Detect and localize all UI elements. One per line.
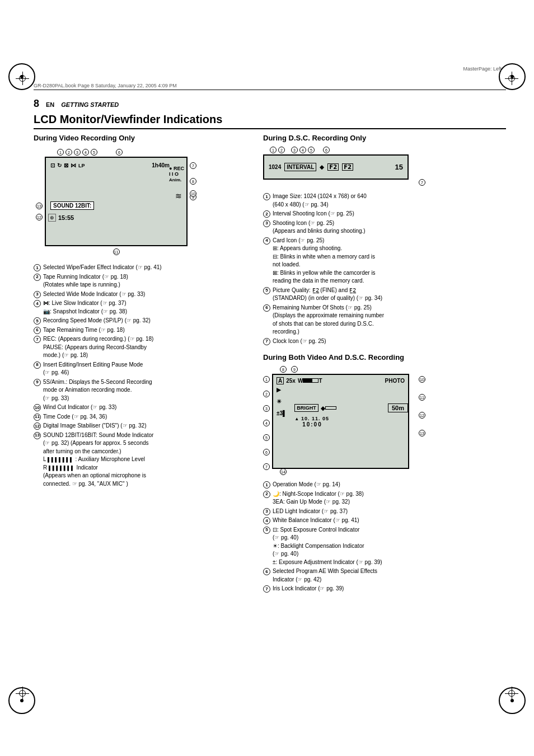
dsc-desc-4: 4 Card Icon (☞ pg. 25)⊞: Appears during … [263, 237, 506, 285]
two-col-layout: During Video Recording Only 1 2 3 4 5 6 [34, 134, 506, 594]
both-desc-num-5: 5 [263, 527, 270, 534]
both-right-numbers: 10 11 12 13 [419, 376, 425, 436]
desc-num-2: 2 [34, 274, 41, 281]
desc-text-3: Selected Wide Mode Indicator (☞ pg. 33) [43, 290, 145, 299]
left-column: During Video Recording Only 1 2 3 4 5 6 [34, 134, 252, 594]
both-num-2: 2 [263, 391, 270, 397]
both-num-6: 6 [263, 449, 270, 456]
desc-text-2: Tape Running Indicator (☞ pg. 18)(Rotate… [43, 273, 128, 289]
both-desc-4: 4 White Balance Indicator (☞ pg. 41) [263, 516, 506, 525]
dsc-desc-2: 2 Interval Shooting Icon (☞ pg. 25) [263, 210, 506, 218]
both-desc-1: 1 Operation Mode (☞ pg. 14) [263, 481, 506, 489]
main-title: LCD Monitor/Viewfinder Indications [34, 113, 506, 129]
lcd-rec-text: ● RECI I OAnim. [169, 166, 184, 182]
left-desc-list: 1 Selected Wipe/Fader Effect Indicator (… [34, 264, 252, 488]
both-diagram-container: 8 9 1 2 3 4 5 6 7 A [263, 366, 425, 475]
both-desc-text-1: Operation Mode (☞ pg. 14) [273, 481, 340, 489]
diamond-icon: ◆ [321, 405, 325, 411]
both-desc-text-2: 🌙: Night-Scope Indicator (☞ pg. 38)3EA: … [273, 490, 364, 506]
dsc-desc-7: 7 Clock Icon (☞ pg. 25) [263, 337, 506, 346]
both-desc-2: 2 🌙: Night-Scope Indicator (☞ pg. 38)3EA… [263, 490, 506, 506]
dsc-num-3: 3 [291, 147, 298, 153]
desc-text-13: SOUND 12BIT/16BIT: Sound Mode Indicator(… [43, 431, 153, 489]
both-desc-text-6: Selected Program AE With Special Effects… [273, 567, 377, 584]
timecode-value: 15:55 [58, 214, 74, 221]
both-num-8: 8 [280, 366, 287, 373]
section-title: GETTING STARTED [61, 101, 119, 108]
both-left-numbers: 1 2 3 4 5 6 7 [263, 376, 270, 470]
timecode-display2: 10:00 [302, 421, 408, 428]
desc-text-10: Wind Cut Indicator (☞ pg. 33) [43, 403, 116, 412]
slow-icon: ⋈ [71, 162, 76, 168]
dsc-desc-num-3: 3 [263, 220, 270, 227]
both-heading: During Both Video And D.S.C. Recording [263, 353, 506, 361]
bright-bar-inner [325, 406, 336, 410]
num-6: 6 [116, 149, 123, 156]
dsc-num-5: 5 [308, 147, 315, 153]
reg-circle-tl [8, 63, 35, 90]
desc-num-8: 8 [34, 361, 41, 369]
num-7: 7 [190, 162, 196, 169]
timecode-display: 10. 11. 05 [301, 416, 329, 421]
desc-item-4: 4 ⋈: Live Slow Indicator (☞ pg. 37)📷: Sn… [34, 299, 252, 316]
wipe-icon: ⊡ [50, 162, 55, 168]
both-num-9: 9 [291, 366, 298, 373]
page-header: 8 EN GETTING STARTED [34, 98, 506, 110]
desc-num-7: 7 [34, 336, 41, 343]
both-num-13: 13 [419, 430, 425, 436]
num-10: 10 [190, 190, 196, 197]
right-column: During D.S.C. Recording Only 1 2 3 4 5 6… [263, 134, 506, 594]
distance-value: 50m [388, 403, 408, 412]
both-desc-text-7: Iris Lock Indicator (☞ pg. 39) [273, 585, 344, 593]
dsc-desc-1: 1 Image Size: 1024 (1024 x 768) or 640(6… [263, 192, 506, 209]
operation-mode-icon: A [277, 377, 284, 384]
both-num-10: 10 [419, 376, 425, 383]
dsc-desc-text-5: Picture Quality: F̲2̲ (FINE) and F̲2̲(ST… [273, 287, 382, 303]
desc-item-7: 7 REC: (Appears during recording.) (☞ pg… [34, 335, 252, 360]
both-num-11: 11 [419, 394, 425, 401]
dsc-interval: INTERVAL [284, 163, 316, 171]
both-desc-list: 1 Operation Mode (☞ pg. 14) 2 🌙: Night-S… [263, 481, 506, 593]
zoom-bar-fill [303, 378, 318, 383]
lcd-timecode-row: ⊕ 15:55 [48, 214, 74, 222]
both-left-icons: ▶ ☀ ±3▌ [277, 387, 287, 428]
both-desc-7: 7 Iris Lock Indicator (☞ pg. 39) [263, 585, 506, 593]
num-12: 12 [36, 214, 43, 220]
desc-num-5: 5 [34, 317, 41, 325]
reg-circle-br [499, 687, 526, 714]
desc-text-11: Time Code (☞ pg. 34, 36) [43, 413, 107, 421]
lcd-icon-row: ⊡ ↻ ⊠ ⋈ LP 1h40m [50, 162, 170, 168]
both-num-14: 14 [280, 468, 287, 475]
desc-text-7: REC: (Appears during recording.) (☞ pg. … [43, 335, 153, 360]
both-desc-3: 3 LED Light Indicator (☞ pg. 37) [263, 508, 506, 516]
lcd-top-numbers: 1 2 3 4 5 6 [57, 149, 123, 156]
file-info: GR-D280PAL.book Page 8 Saturday, January… [34, 83, 177, 88]
dsc-num-4: 4 [299, 147, 306, 153]
photo-label: PHOTO [385, 378, 405, 384]
sp-lp-text: LP [78, 163, 85, 168]
header-bar: GR-D280PAL.book Page 8 Saturday, January… [34, 83, 506, 90]
num-8: 8 [190, 178, 196, 185]
both-top-display: A 25x WT PHOTO [273, 375, 408, 387]
dsc-desc-3: 3 Shooting Icon (☞ pg. 25)(Appears and b… [263, 219, 506, 236]
desc-item-1: 1 Selected Wipe/Fader Effect Indicator (… [34, 264, 252, 272]
reg-circle-bl [8, 687, 35, 714]
both-desc-num-2: 2 [263, 491, 270, 498]
dsc-desc-num-6: 6 [263, 304, 270, 312]
dsc-desc-num-4: 4 [263, 237, 270, 245]
desc-num-3: 3 [34, 291, 41, 298]
desc-text-5: Recording Speed Mode (SP/LP) (☞ pg. 32) [43, 317, 151, 325]
arrow-icon-small: ▲ [294, 416, 299, 421]
arrow-icon: ▶ [277, 387, 287, 393]
both-num-4: 4 [263, 420, 270, 426]
desc-item-8: 8 Insert Editing/Insert Editing Pause Mo… [34, 361, 252, 377]
both-top-numbers: 8 9 [280, 366, 298, 373]
dsc-num-2: 2 [278, 147, 285, 153]
dsc-desc-text-1: Image Size: 1024 (1024 x 768) or 640(640… [273, 192, 367, 209]
dsc-arrow: ◆ [320, 164, 324, 170]
desc-text-6: Tape Remaining Time (☞ pg. 18) [43, 326, 125, 335]
dsc-desc-text-6: Remaining Number Of Shots (☞ pg. 25)(Dis… [273, 304, 384, 336]
desc-item-6: 6 Tape Remaining Time (☞ pg. 18) [34, 326, 252, 335]
both-num-5: 5 [263, 434, 270, 441]
desc-num-4: 4 [34, 300, 41, 307]
